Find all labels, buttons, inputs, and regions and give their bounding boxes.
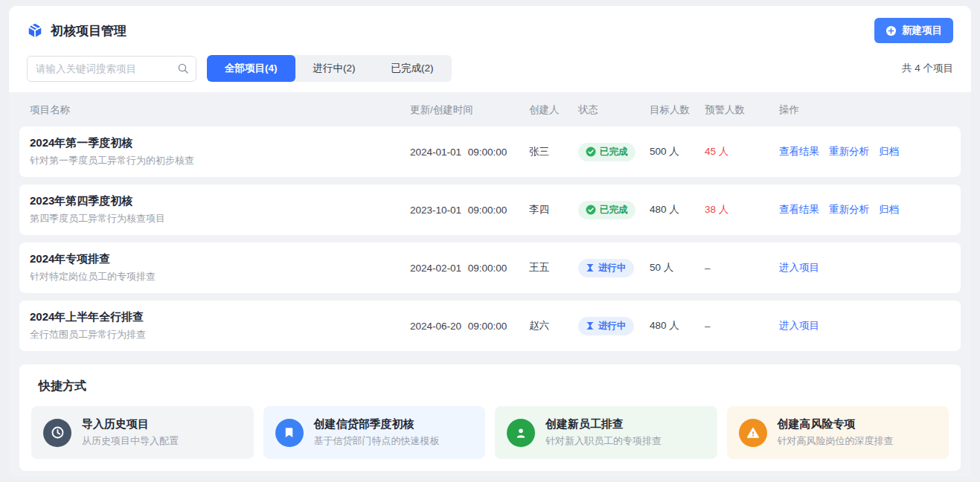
col-header-warning: 预警人数: [705, 103, 779, 117]
tab-completed[interactable]: 已完成(2): [374, 55, 452, 82]
view-results-link[interactable]: 查看结果: [779, 145, 819, 158]
project-desc: 针对特定岗位员工的专项排查: [30, 270, 410, 283]
project-name: 2023年第四季度初核: [30, 194, 410, 208]
project-time: 2023-10-01 09:00:00: [410, 205, 529, 216]
warning-count: –: [705, 321, 779, 332]
shortcuts-panel: 快捷方式 导入历史项目 从历史项目中导入配置: [19, 364, 961, 471]
shortcut-title: 创建高风险专项: [778, 417, 894, 431]
target-count: 500 人: [650, 145, 705, 158]
project-desc: 全行范围员工异常行为排查: [30, 328, 410, 341]
table-row: 2024年专项排查 针对特定岗位员工的专项排查 2024-02-01 09:00…: [19, 242, 961, 293]
col-header-name: 项目名称: [30, 103, 410, 117]
new-project-button[interactable]: 新建项目: [874, 18, 953, 43]
project-creator: 赵六: [529, 319, 578, 332]
clock-icon: [43, 419, 71, 447]
check-circle-icon: [586, 205, 596, 215]
search-icon: [177, 62, 189, 77]
project-time: 2024-01-01 09:00:00: [410, 147, 529, 158]
col-header-creator: 创建人: [529, 103, 578, 117]
project-list-section: 项目名称 更新/创建时间 创建人 状态 目标人数 预警人数 操作 2024年第一…: [9, 92, 971, 476]
archive-link[interactable]: 归档: [879, 203, 899, 216]
status-badge: 已完成: [578, 201, 635, 219]
table-row: 2023年第四季度初核 第四季度员工异常行为核查项目 2023-10-01 09…: [19, 184, 961, 235]
table-header-row: 项目名称 更新/创建时间 创建人 状态 目标人数 预警人数 操作: [19, 92, 961, 126]
project-desc: 针对第一季度员工异常行为的初步核查: [30, 154, 410, 167]
hourglass-icon: [586, 321, 595, 330]
enter-project-link[interactable]: 进入项目: [779, 319, 819, 332]
reanalyze-link[interactable]: 重新分析: [829, 145, 869, 158]
status-badge: 进行中: [578, 259, 634, 277]
warning-count: 38 人: [705, 203, 779, 216]
project-name: 2024年第一季度初核: [30, 136, 410, 150]
tab-in-progress[interactable]: 进行中(2): [295, 55, 374, 82]
project-time: 2024-06-20 09:00:00: [410, 321, 529, 332]
bookmark-icon: [275, 419, 304, 447]
shortcut-title: 创建信贷部季度初核: [314, 417, 440, 431]
enter-project-link[interactable]: 进入项目: [779, 261, 819, 274]
project-creator: 张三: [529, 145, 578, 158]
shortcut-high-risk-special[interactable]: 创建高风险专项 针对高风险岗位的深度排查: [727, 406, 949, 459]
col-header-status: 状态: [578, 103, 650, 117]
user-icon: [507, 419, 535, 447]
filter-tabs: 全部项目(4) 进行中(2) 已完成(2): [207, 55, 452, 82]
warning-count: –: [705, 263, 779, 274]
toolbar: 全部项目(4) 进行中(2) 已完成(2) 共 4 个项目: [9, 52, 971, 92]
shortcut-desc: 针对高风险岗位的深度排查: [778, 434, 894, 448]
main-panel: 初核项目管理 新建项目 全部项目(4) 进行中(2): [9, 6, 971, 476]
shortcut-new-employee-check[interactable]: 创建新员工排查 针对新入职员工的专项排查: [495, 406, 717, 459]
col-header-actions: 操作: [779, 103, 950, 117]
search-input[interactable]: [27, 56, 196, 82]
shortcut-import-history[interactable]: 导入历史项目 从历史项目中导入配置: [31, 406, 254, 459]
status-badge: 进行中: [578, 317, 634, 335]
target-count: 480 人: [650, 203, 705, 216]
plus-circle-icon: [885, 25, 897, 36]
hourglass-icon: [586, 263, 595, 272]
view-results-link[interactable]: 查看结果: [779, 203, 819, 216]
table-row: 2024年第一季度初核 针对第一季度员工异常行为的初步核查 2024-01-01…: [19, 126, 961, 177]
warning-count: 45 人: [705, 145, 779, 158]
project-desc: 第四季度员工异常行为核查项目: [30, 212, 410, 225]
project-name: 2024年专项排查: [30, 252, 410, 266]
col-header-target: 目标人数: [650, 103, 705, 117]
target-count: 480 人: [650, 319, 705, 332]
project-time: 2024-02-01 09:00:00: [410, 263, 529, 274]
target-count: 50 人: [650, 261, 705, 274]
shortcut-credit-dept-review[interactable]: 创建信贷部季度初核 基于信贷部门特点的快速模板: [263, 406, 486, 459]
page-title: 初核项目管理: [51, 22, 126, 39]
shortcut-desc: 从历史项目中导入配置: [82, 434, 179, 448]
reanalyze-link[interactable]: 重新分析: [829, 203, 869, 216]
project-name: 2024年上半年全行排查: [30, 310, 410, 324]
shortcut-title: 导入历史项目: [82, 417, 179, 431]
search-box: [27, 56, 196, 82]
archive-link[interactable]: 归档: [879, 145, 899, 158]
check-circle-icon: [586, 147, 596, 157]
total-project-count: 共 4 个项目: [902, 62, 953, 75]
cube-icon: [27, 22, 43, 39]
shortcuts-title: 快捷方式: [31, 379, 949, 394]
col-header-time: 更新/创建时间: [410, 103, 529, 117]
page-header: 初核项目管理 新建项目: [9, 6, 971, 52]
shortcut-desc: 针对新入职员工的专项排查: [545, 434, 662, 448]
shortcut-title: 创建新员工排查: [545, 417, 662, 431]
shortcut-desc: 基于信贷部门特点的快速模板: [314, 434, 440, 448]
tab-all-projects[interactable]: 全部项目(4): [207, 55, 295, 82]
table-row: 2024年上半年全行排查 全行范围员工异常行为排查 2024-06-20 09:…: [19, 301, 961, 351]
warning-icon: [739, 419, 767, 447]
status-badge: 已完成: [578, 143, 635, 161]
project-creator: 李四: [529, 203, 578, 216]
project-creator: 王五: [529, 261, 578, 274]
